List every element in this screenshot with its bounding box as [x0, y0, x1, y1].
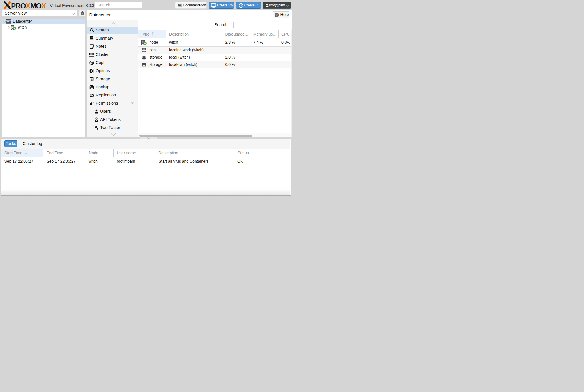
- svg-text:PROXMOX: PROXMOX: [11, 2, 46, 10]
- svg-text:?: ?: [276, 13, 277, 17]
